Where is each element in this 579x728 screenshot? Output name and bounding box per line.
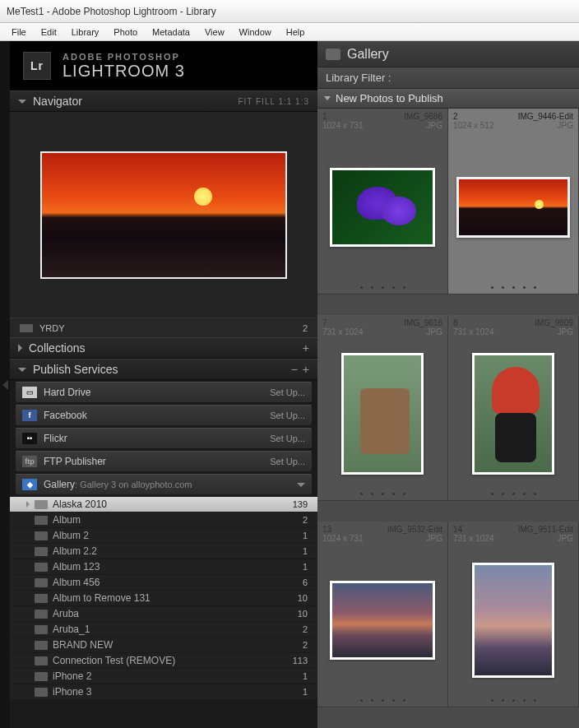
folder-count: 2: [303, 323, 308, 333]
service-name: Gallery: Gallery 3 on alloyphoto.com: [44, 479, 297, 490]
thumb-rating-dots[interactable]: [317, 693, 447, 707]
publish-service-hard-drive[interactable]: ▭ Hard Drive Set Up...: [15, 382, 313, 403]
album-name: iPhone 3: [53, 686, 303, 698]
menu-file[interactable]: File: [5, 25, 33, 39]
publish-service-ftp-publisher[interactable]: ftp FTP Publisher Set Up...: [15, 451, 313, 472]
thumb-image: [472, 563, 554, 678]
album-item[interactable]: Alaska 2010 139: [10, 497, 317, 512]
publish-panel-header[interactable]: Publish Services − +: [10, 359, 317, 380]
thumbnail-cell[interactable]: 8IMG_9609 731 x 1024JPG: [448, 315, 579, 501]
album-item[interactable]: Aruba_1 2: [10, 622, 317, 638]
navigator-zoom-options[interactable]: FIT FILL 1:1 1:3: [238, 97, 309, 106]
service-icon: f: [22, 410, 37, 421]
gallery-title: Gallery: [347, 47, 389, 62]
album-icon: [35, 610, 48, 619]
service-setup-link[interactable]: Set Up...: [270, 387, 305, 397]
service-icon: ftp: [22, 456, 37, 467]
album-item[interactable]: Album 123 1: [10, 559, 317, 575]
album-item[interactable]: Album to Remove 131 10: [10, 591, 317, 606]
album-count: 113: [293, 656, 308, 665]
thumb-filename: IMG_9609: [535, 318, 573, 327]
left-panel: Lr ADOBE PHOTOSHOP LIGHTROOM 3 Navigator…: [10, 41, 317, 728]
thumb-rating-dots[interactable]: [317, 281, 447, 294]
album-name: Aruba_1: [53, 624, 303, 635]
thumb-format: JPG: [558, 121, 573, 130]
album-icon: [35, 625, 48, 634]
publish-service-gallery[interactable]: ◆ Gallery: Gallery 3 on alloyphoto.com: [15, 474, 313, 495]
folder-row[interactable]: YRDY 2: [10, 318, 317, 337]
menu-edit[interactable]: Edit: [35, 25, 63, 39]
album-count: 139: [293, 499, 308, 509]
disclosure-down-icon: [18, 368, 26, 372]
album-item[interactable]: Album 2: [10, 512, 317, 528]
publish-minus-icon[interactable]: −: [291, 363, 298, 376]
thumbnail-grid: 1IMG_9686 1024 x 731JPG 2IMG_9446-Edit 1…: [317, 109, 579, 728]
thumb-filename: IMG_9532-Edit: [387, 525, 442, 534]
collections-panel-header[interactable]: Collections +: [10, 337, 317, 359]
album-name: Aruba: [53, 608, 298, 619]
collections-add-icon[interactable]: +: [303, 341, 309, 355]
album-name: Album 2.2: [53, 545, 303, 557]
album-item[interactable]: Album 2 1: [10, 528, 317, 544]
thumb-rating-dots[interactable]: [317, 487, 447, 500]
thumbnail-cell[interactable]: 7IMG_9616 731 x 1024JPG: [317, 315, 448, 501]
thumb-image: [472, 353, 554, 475]
service-name: Flickr: [44, 433, 270, 444]
publish-service-facebook[interactable]: f Facebook Set Up...: [15, 405, 313, 426]
thumbnail-cell[interactable]: 13IMG_9532-Edit 1024 x 731JPG: [317, 522, 448, 707]
service-setup-link[interactable]: Set Up...: [270, 410, 305, 420]
library-filter-bar[interactable]: Library Filter :: [317, 67, 579, 89]
section-title: New Photos to Publish: [336, 92, 443, 104]
thumbnail-cell[interactable]: 1IMG_9686 1024 x 731JPG: [317, 109, 448, 294]
thumb-rating-dots[interactable]: [448, 487, 578, 500]
album-count: 1: [303, 562, 308, 572]
thumbnail-cell[interactable]: 2IMG_9446-Edit 1024 x 512JPG: [448, 109, 579, 294]
album-name: BRAND NEW: [53, 639, 303, 651]
album-count: 1: [303, 687, 308, 697]
publish-service-flickr[interactable]: •• Flickr Set Up...: [15, 428, 313, 449]
navigator-panel-header[interactable]: Navigator FIT FILL 1:1 1:3: [10, 90, 317, 112]
menu-window[interactable]: Window: [233, 25, 278, 39]
album-item[interactable]: BRAND NEW 2: [10, 638, 317, 653]
thumb-image: [330, 168, 435, 247]
album-icon: [35, 641, 48, 650]
thumb-filename: IMG_9616: [404, 318, 442, 327]
album-count: 1: [303, 531, 308, 540]
menu-library[interactable]: Library: [65, 25, 106, 39]
identity-plate: Lr ADOBE PHOTOSHOP LIGHTROOM 3: [10, 41, 317, 90]
album-item[interactable]: iPhone 2 1: [10, 669, 317, 684]
navigator-preview[interactable]: [10, 112, 317, 318]
album-item[interactable]: Album 456 6: [10, 575, 317, 591]
album-count: 2: [303, 515, 308, 525]
album-item[interactable]: Connection Test (REMOVE) 113: [10, 653, 317, 669]
menu-view[interactable]: View: [198, 25, 231, 39]
thumb-rating-dots[interactable]: [448, 281, 578, 294]
service-setup-link[interactable]: Set Up...: [270, 457, 305, 466]
thumb-filename: IMG_9686: [404, 112, 442, 121]
album-icon: [35, 656, 48, 665]
service-setup-link[interactable]: Set Up...: [270, 434, 305, 443]
album-icon: [35, 578, 48, 587]
window-title: MeTest1 - Adobe Photoshop Lightroom - Li…: [7, 6, 216, 17]
thumb-index: 7: [322, 318, 327, 327]
thumb-header: 13IMG_9532-Edit 1024 x 731JPG: [317, 522, 447, 546]
publish-section-header[interactable]: New Photos to Publish: [317, 89, 579, 109]
album-count: 2: [303, 640, 308, 650]
menu-help[interactable]: Help: [280, 25, 312, 39]
album-item[interactable]: Aruba 10: [10, 606, 317, 622]
album-name: Album 456: [53, 577, 303, 588]
menu-metadata[interactable]: Metadata: [146, 25, 197, 39]
menu-photo[interactable]: Photo: [107, 25, 144, 39]
publish-add-icon[interactable]: +: [303, 363, 309, 376]
folder-icon: [20, 324, 33, 332]
gallery-icon: [326, 49, 340, 60]
album-item[interactable]: Album 2.2 1: [10, 544, 317, 559]
thumb-rating-dots[interactable]: [448, 693, 578, 707]
album-icon: [35, 500, 48, 509]
album-item[interactable]: iPhone 3 1: [10, 684, 317, 700]
thumbnail-cell[interactable]: 14IMG_9511-Edit 731 x 1024JPG: [448, 522, 579, 707]
album-name: Connection Test (REMOVE): [53, 655, 293, 666]
left-edge-expand[interactable]: [0, 41, 10, 728]
thumb-index: 8: [453, 318, 458, 327]
thumb-header: 2IMG_9446-Edit 1024 x 512JPG: [448, 109, 578, 133]
